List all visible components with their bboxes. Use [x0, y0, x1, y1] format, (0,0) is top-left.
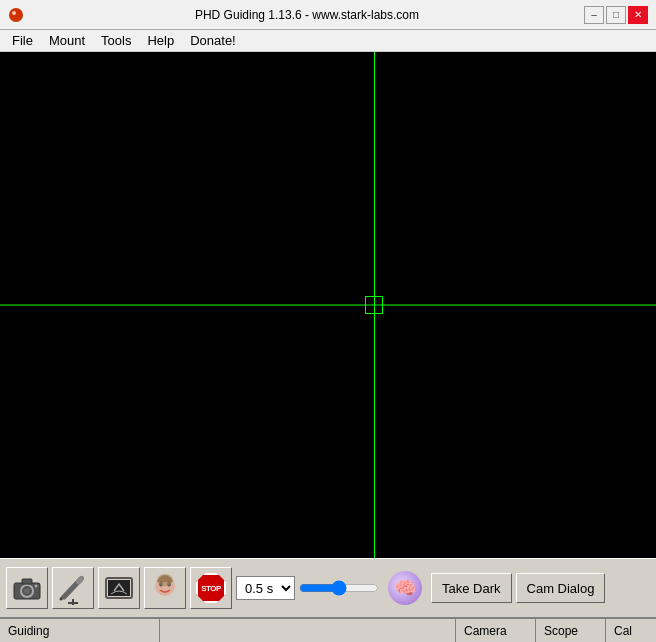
telescope-button[interactable]	[52, 567, 94, 609]
svg-point-0	[9, 8, 23, 22]
brain-button[interactable]: 🧠	[383, 566, 427, 610]
window-controls: – □ ✕	[584, 6, 648, 24]
minimize-button[interactable]: –	[584, 6, 604, 24]
status-spacer	[160, 619, 456, 642]
camera-label: Camera	[464, 624, 507, 638]
menu-file[interactable]: File	[4, 31, 41, 50]
cam-dialog-button[interactable]: Cam Dialog	[516, 573, 606, 603]
scope-label: Scope	[544, 624, 578, 638]
status-scope: Scope	[536, 619, 606, 642]
exposure-slider[interactable]	[299, 578, 379, 598]
crosshair-box	[365, 296, 383, 314]
main-view	[0, 52, 656, 558]
phd-icon	[149, 572, 181, 604]
title-text: PHD Guiding 1.13.6 - www.stark-labs.com	[30, 8, 584, 22]
svg-rect-5	[22, 579, 32, 584]
phd-logo-button[interactable]	[144, 567, 186, 609]
menu-donate[interactable]: Donate!	[182, 31, 244, 50]
exposure-select[interactable]: 0.5 s 1 s 2 s 3 s 5 s 10 s	[236, 576, 295, 600]
exposure-group: 0.5 s 1 s 2 s 3 s 5 s 10 s	[236, 576, 379, 600]
menu-bar: File Mount Tools Help Donate!	[0, 30, 656, 52]
close-button[interactable]: ✕	[628, 6, 648, 24]
status-camera: Camera	[456, 619, 536, 642]
brain-icon: 🧠	[388, 571, 422, 605]
app-icon	[8, 7, 24, 23]
status-cal: Cal	[606, 619, 656, 642]
menu-help[interactable]: Help	[139, 31, 182, 50]
cal-label: Cal	[614, 624, 632, 638]
svg-point-6	[35, 585, 38, 588]
camera-button[interactable]	[6, 567, 48, 609]
take-dark-button[interactable]: Take Dark	[431, 573, 512, 603]
menu-mount[interactable]: Mount	[41, 31, 93, 50]
menu-tools[interactable]: Tools	[93, 31, 139, 50]
loop-icon	[104, 576, 134, 600]
status-guiding: Guiding	[0, 619, 160, 642]
svg-point-1	[12, 11, 16, 15]
maximize-button[interactable]: □	[606, 6, 626, 24]
telescope-icon	[56, 571, 90, 605]
title-bar: PHD Guiding 1.13.6 - www.stark-labs.com …	[0, 0, 656, 30]
svg-point-4	[24, 588, 30, 594]
status-bar: Guiding Camera Scope Cal	[0, 618, 656, 642]
guiding-label: Guiding	[8, 624, 49, 638]
toolbar: STOP 0.5 s 1 s 2 s 3 s 5 s 10 s 🧠 Take D…	[0, 558, 656, 618]
stop-sign: STOP	[194, 571, 228, 605]
camera-icon	[12, 575, 42, 601]
loop-button[interactable]	[98, 567, 140, 609]
crosshair-horizontal	[0, 305, 656, 306]
stop-button[interactable]: STOP	[190, 567, 232, 609]
